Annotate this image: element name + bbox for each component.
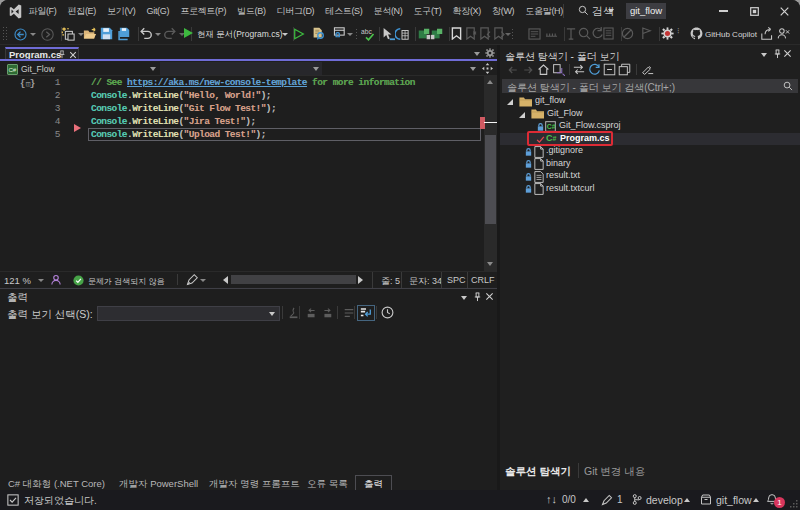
svg-text:C#: C# [547,123,556,130]
svg-text:C#: C# [8,65,16,72]
svg-text:abc: abc [361,28,372,35]
